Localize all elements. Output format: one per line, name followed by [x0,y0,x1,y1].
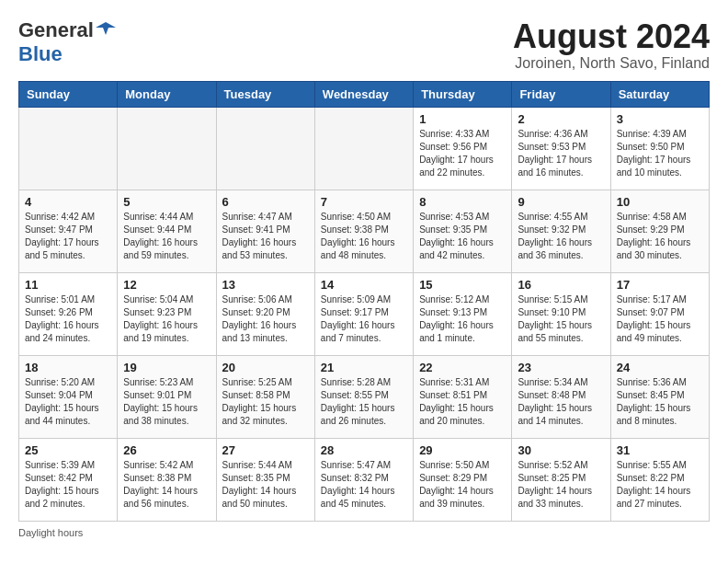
calendar-cell-1-5: 1Sunrise: 4:33 AM Sunset: 9:56 PM Daylig… [414,107,512,190]
logo-bird-icon [96,18,116,39]
calendar-cell-3-5: 15Sunrise: 5:12 AM Sunset: 9:13 PM Dayli… [414,272,512,355]
calendar-cell-5-6: 30Sunrise: 5:52 AM Sunset: 8:25 PM Dayli… [512,438,610,521]
day-number: 6 [222,195,309,209]
calendar-cell-2-1: 4Sunrise: 4:42 AM Sunset: 9:47 PM Daylig… [19,190,118,272]
calendar-cell-3-7: 17Sunrise: 5:17 AM Sunset: 9:07 PM Dayli… [610,272,709,355]
footer-note: Daylight hours [18,527,710,538]
day-number: 30 [518,443,604,457]
column-header-wednesday: Wednesday [314,81,413,107]
logo-blue-text: Blue [18,42,63,66]
day-info: Sunrise: 5:52 AM Sunset: 8:25 PM Dayligh… [518,459,604,511]
day-number: 1 [419,112,506,126]
calendar-cell-4-7: 24Sunrise: 5:36 AM Sunset: 8:45 PM Dayli… [610,355,709,438]
calendar-cell-4-3: 20Sunrise: 5:25 AM Sunset: 8:58 PM Dayli… [216,355,314,438]
calendar-cell-2-5: 8Sunrise: 4:53 AM Sunset: 9:35 PM Daylig… [414,190,512,272]
calendar-week-1: 1Sunrise: 4:33 AM Sunset: 9:56 PM Daylig… [19,107,710,190]
calendar-cell-3-2: 12Sunrise: 5:04 AM Sunset: 9:23 PM Dayli… [118,272,216,355]
calendar-cell-5-4: 28Sunrise: 5:47 AM Sunset: 8:32 PM Dayli… [314,438,413,521]
day-info: Sunrise: 4:36 AM Sunset: 9:53 PM Dayligh… [518,128,604,179]
day-info: Sunrise: 5:23 AM Sunset: 9:01 PM Dayligh… [123,376,210,428]
column-header-friday: Friday [512,81,610,107]
title-area: August 2024 Joroinen, North Savo, Finlan… [513,18,710,72]
column-header-saturday: Saturday [610,81,709,107]
day-info: Sunrise: 5:34 AM Sunset: 8:48 PM Dayligh… [518,376,604,428]
day-number: 3 [617,112,703,126]
day-number: 11 [25,278,111,292]
calendar-cell-3-6: 16Sunrise: 5:15 AM Sunset: 9:10 PM Dayli… [512,272,610,355]
day-info: Sunrise: 5:55 AM Sunset: 8:22 PM Dayligh… [617,459,703,511]
calendar-header-row: SundayMondayTuesdayWednesdayThursdayFrid… [19,81,710,107]
day-info: Sunrise: 5:36 AM Sunset: 8:45 PM Dayligh… [617,376,703,428]
day-info: Sunrise: 5:50 AM Sunset: 8:29 PM Dayligh… [419,459,506,511]
day-info: Sunrise: 5:47 AM Sunset: 8:32 PM Dayligh… [321,459,407,511]
calendar-cell-4-5: 22Sunrise: 5:31 AM Sunset: 8:51 PM Dayli… [414,355,512,438]
calendar-cell-2-4: 7Sunrise: 4:50 AM Sunset: 9:38 PM Daylig… [314,190,413,272]
column-header-monday: Monday [118,81,216,107]
calendar-cell-5-2: 26Sunrise: 5:42 AM Sunset: 8:38 PM Dayli… [118,438,216,521]
day-number: 7 [321,195,407,209]
day-info: Sunrise: 5:17 AM Sunset: 9:07 PM Dayligh… [617,293,703,345]
calendar-cell-5-7: 31Sunrise: 5:55 AM Sunset: 8:22 PM Dayli… [610,438,709,521]
day-info: Sunrise: 4:42 AM Sunset: 9:47 PM Dayligh… [25,211,111,262]
day-number: 27 [222,443,309,457]
day-number: 2 [518,112,604,126]
day-number: 14 [321,278,407,292]
day-info: Sunrise: 4:55 AM Sunset: 9:32 PM Dayligh… [518,211,604,262]
calendar-week-2: 4Sunrise: 4:42 AM Sunset: 9:47 PM Daylig… [19,190,710,272]
day-number: 29 [419,443,506,457]
day-number: 9 [518,195,604,209]
day-info: Sunrise: 5:31 AM Sunset: 8:51 PM Dayligh… [419,376,506,428]
calendar-cell-1-1 [19,107,118,190]
column-header-sunday: Sunday [19,81,118,107]
day-info: Sunrise: 4:58 AM Sunset: 9:29 PM Dayligh… [617,211,703,262]
column-header-thursday: Thursday [414,81,512,107]
day-number: 23 [518,361,604,374]
calendar-table: SundayMondayTuesdayWednesdayThursdayFrid… [18,81,710,522]
day-info: Sunrise: 5:09 AM Sunset: 9:17 PM Dayligh… [321,293,407,345]
month-title: August 2024 [513,18,710,55]
calendar-cell-2-2: 5Sunrise: 4:44 AM Sunset: 9:44 PM Daylig… [118,190,216,272]
day-number: 5 [123,195,210,209]
day-info: Sunrise: 5:39 AM Sunset: 8:42 PM Dayligh… [25,459,111,511]
calendar-cell-3-4: 14Sunrise: 5:09 AM Sunset: 9:17 PM Dayli… [314,272,413,355]
day-number: 19 [123,361,210,374]
day-info: Sunrise: 5:25 AM Sunset: 8:58 PM Dayligh… [222,376,309,428]
logo: General Blue [18,18,116,66]
day-number: 25 [25,443,111,457]
calendar-week-3: 11Sunrise: 5:01 AM Sunset: 9:26 PM Dayli… [19,272,710,355]
day-info: Sunrise: 4:47 AM Sunset: 9:41 PM Dayligh… [222,211,309,262]
calendar-week-4: 18Sunrise: 5:20 AM Sunset: 9:04 PM Dayli… [19,355,710,438]
day-number: 16 [518,278,604,292]
day-info: Sunrise: 5:20 AM Sunset: 9:04 PM Dayligh… [25,376,111,428]
calendar-cell-1-2 [118,107,216,190]
day-number: 18 [25,361,111,374]
calendar-cell-1-6: 2Sunrise: 4:36 AM Sunset: 9:53 PM Daylig… [512,107,610,190]
day-number: 10 [617,195,703,209]
location-title: Joroinen, North Savo, Finland [513,55,710,72]
calendar-cell-2-7: 10Sunrise: 4:58 AM Sunset: 9:29 PM Dayli… [610,190,709,272]
page-header: General Blue August 2024 Joroinen, North… [18,18,710,72]
day-number: 24 [617,361,703,374]
day-info: Sunrise: 5:44 AM Sunset: 8:35 PM Dayligh… [222,459,309,511]
day-info: Sunrise: 4:53 AM Sunset: 9:35 PM Dayligh… [419,211,506,262]
day-number: 13 [222,278,309,292]
day-info: Sunrise: 4:50 AM Sunset: 9:38 PM Dayligh… [321,211,407,262]
day-info: Sunrise: 4:44 AM Sunset: 9:44 PM Dayligh… [123,211,210,262]
svg-marker-0 [96,22,116,35]
calendar-cell-4-4: 21Sunrise: 5:28 AM Sunset: 8:55 PM Dayli… [314,355,413,438]
calendar-cell-4-2: 19Sunrise: 5:23 AM Sunset: 9:01 PM Dayli… [118,355,216,438]
column-header-tuesday: Tuesday [216,81,314,107]
day-info: Sunrise: 5:06 AM Sunset: 9:20 PM Dayligh… [222,293,309,345]
day-info: Sunrise: 4:39 AM Sunset: 9:50 PM Dayligh… [617,128,703,179]
day-info: Sunrise: 5:01 AM Sunset: 9:26 PM Dayligh… [25,293,111,345]
calendar-cell-1-7: 3Sunrise: 4:39 AM Sunset: 9:50 PM Daylig… [610,107,709,190]
day-number: 31 [617,443,703,457]
day-info: Sunrise: 5:15 AM Sunset: 9:10 PM Dayligh… [518,293,604,345]
daylight-hours-label: Daylight hours [18,527,83,538]
day-number: 17 [617,278,703,292]
day-info: Sunrise: 5:04 AM Sunset: 9:23 PM Dayligh… [123,293,210,345]
day-info: Sunrise: 4:33 AM Sunset: 9:56 PM Dayligh… [419,128,506,179]
calendar-cell-5-5: 29Sunrise: 5:50 AM Sunset: 8:29 PM Dayli… [414,438,512,521]
day-number: 28 [321,443,407,457]
day-info: Sunrise: 5:42 AM Sunset: 8:38 PM Dayligh… [123,459,210,511]
